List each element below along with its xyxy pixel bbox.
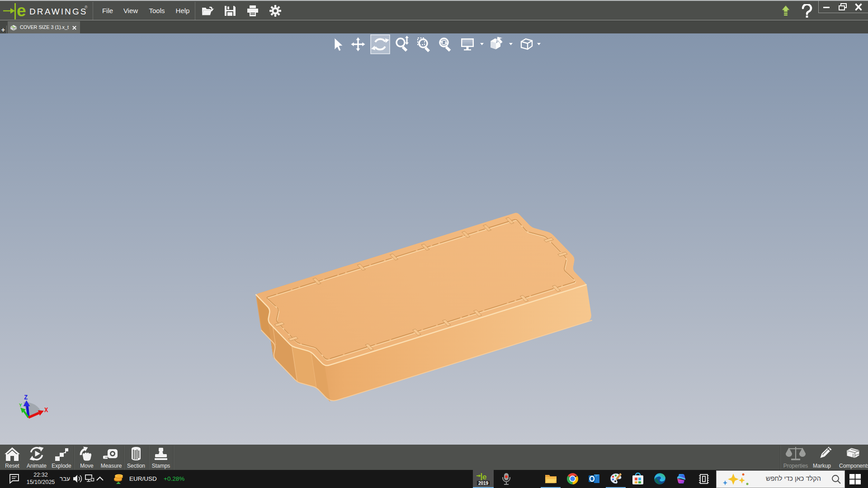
svg-text:Z: Z [24, 394, 28, 401]
svg-text:X: X [44, 407, 48, 414]
svg-text:e: e [482, 473, 486, 481]
svg-text:2019: 2019 [478, 481, 489, 486]
svg-text:Y: Y [19, 403, 22, 408]
